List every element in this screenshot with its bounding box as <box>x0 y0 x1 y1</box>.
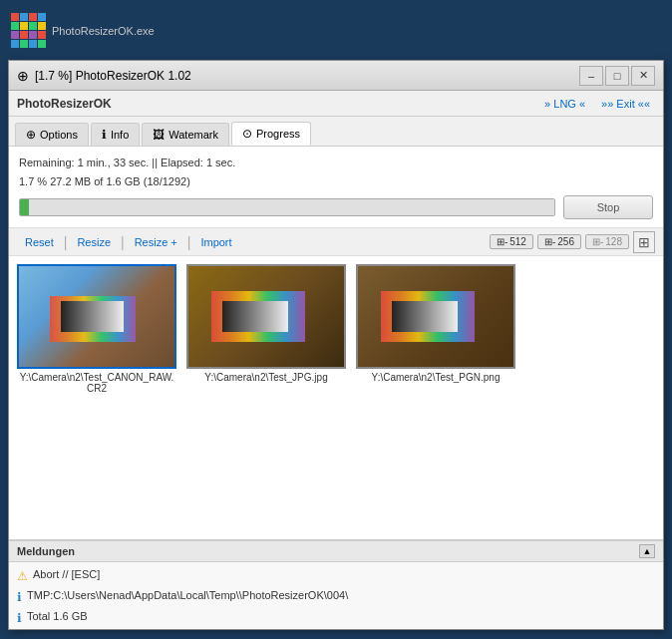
size-512-label: 512 <box>509 236 526 247</box>
info-log-icon-1: ℹ <box>17 588 22 606</box>
log-scroll-button[interactable]: ▲ <box>639 544 655 558</box>
image-canvas-2 <box>188 266 344 367</box>
log-header-label: Meldungen <box>17 545 75 557</box>
app-name-label: PhotoResizerOK <box>17 97 112 111</box>
tab-info-label: Info <box>111 129 129 141</box>
sep-3: | <box>185 234 193 250</box>
tab-progress-label: Progress <box>256 128 300 140</box>
image-canvas-1 <box>19 266 174 367</box>
image-wrapper-3 <box>356 264 515 369</box>
log-entry-1: ℹ TMP:C:\Users\Nenad\AppData\Local\Temp\… <box>17 586 655 607</box>
size-128-icon: ⊞- <box>592 236 603 247</box>
list-item[interactable]: Y:\Camera\n2\Test_PGN.png <box>356 264 515 394</box>
close-button[interactable]: ✕ <box>631 66 655 86</box>
image-wrapper-1 <box>17 264 176 369</box>
sep-2: | <box>119 234 127 250</box>
grid-view-button[interactable]: ⊞ <box>633 231 655 253</box>
image-label-1: Y:\Camera\n2\Test_CANON_RAW.CR2 <box>17 372 176 394</box>
progress-bar-fill <box>20 199 29 215</box>
log-header: Meldungen ▲ <box>9 541 663 562</box>
progress-section: Remaining: 1 min., 33 sec. || Elapsed: 1… <box>9 147 663 228</box>
size-128-label: 128 <box>605 236 622 247</box>
exit-link[interactable]: »» Exit «« <box>596 95 655 113</box>
progress-bar-row: Stop <box>19 195 653 219</box>
size-256-label: 256 <box>557 236 574 247</box>
info-icon: ℹ <box>102 128 107 142</box>
window-title: [1.7 %] PhotoResizerOK 1.02 <box>35 69 579 83</box>
log-section: Meldungen ▲ ⚠ Abort // [ESC] ℹ TMP:C:\Us… <box>9 539 663 629</box>
progress-bar-container <box>19 198 555 216</box>
log-entry-0: ⚠ Abort // [ESC] <box>17 565 655 586</box>
size-256-icon: ⊞- <box>544 236 555 247</box>
options-icon: ⊕ <box>26 128 36 142</box>
taskbar: PhotoResizerOK.exe <box>0 0 672 60</box>
size-128-button[interactable]: ⊞- 128 <box>585 234 629 249</box>
log-entries: ⚠ Abort // [ESC] ℹ TMP:C:\Users\Nenad\Ap… <box>9 562 663 629</box>
reset-button[interactable]: Reset <box>17 234 62 250</box>
toolbar: Reset | Resize | Resize + | Import ⊞- 51… <box>9 228 663 256</box>
progress-icon: ⊙ <box>242 127 252 141</box>
image-label-2: Y:\Camera\n2\Test_JPG.jpg <box>204 372 327 383</box>
tab-options-label: Options <box>40 129 78 141</box>
image-grid: Y:\Camera\n2\Test_CANON_RAW.CR2 Y:\Camer… <box>9 256 663 539</box>
watermark-icon: 🖼 <box>153 128 165 142</box>
stop-button[interactable]: Stop <box>563 195 653 219</box>
maximize-button[interactable]: □ <box>605 66 629 86</box>
info-log-icon-2: ℹ <box>17 609 22 627</box>
tab-info[interactable]: ℹ Info <box>91 123 140 146</box>
content-area: Remaining: 1 min., 33 sec. || Elapsed: 1… <box>9 147 663 629</box>
import-button[interactable]: Import <box>192 234 239 250</box>
menu-bar: PhotoResizerOK » LNG « »» Exit «« <box>9 91 663 117</box>
log-entry-2: ℹ Total 1.6 GB <box>17 607 655 628</box>
resize-plus-button[interactable]: Resize + <box>127 234 185 250</box>
app-title-icon: ⊕ <box>17 68 29 84</box>
image-wrapper-2 <box>186 264 346 369</box>
minimize-button[interactable]: – <box>579 66 603 86</box>
tab-progress[interactable]: ⊙ Progress <box>231 122 311 146</box>
image-label-3: Y:\Camera\n2\Test_PGN.png <box>372 372 501 383</box>
size-512-button[interactable]: ⊞- 512 <box>490 234 533 249</box>
tab-options[interactable]: ⊕ Options <box>15 123 89 146</box>
main-window: ⊕ [1.7 %] PhotoResizerOK 1.02 – □ ✕ Phot… <box>8 60 664 630</box>
taskbar-exe-label: PhotoResizerOK.exe <box>52 25 155 37</box>
lng-link[interactable]: » LNG « <box>539 95 590 113</box>
log-text-1: TMP:C:\Users\Nenad\AppData\Local\Temp\\P… <box>27 587 348 604</box>
log-text-2: Total 1.6 GB <box>27 608 88 625</box>
log-text-0: Abort // [ESC] <box>33 566 100 583</box>
tab-watermark[interactable]: 🖼 Watemark <box>142 123 229 146</box>
size-256-button[interactable]: ⊞- 256 <box>537 234 581 249</box>
image-canvas-3 <box>358 266 513 367</box>
toolbar-right: ⊞- 512 ⊞- 256 ⊞- 128 ⊞ <box>490 231 655 253</box>
sep-1: | <box>62 234 70 250</box>
warning-icon: ⚠ <box>17 567 28 585</box>
window-controls: – □ ✕ <box>579 66 655 86</box>
menu-right: » LNG « »» Exit «« <box>539 95 655 113</box>
remaining-label: Remaining: 1 min., 33 sec. || Elapsed: 1… <box>19 155 653 171</box>
resize-button[interactable]: Resize <box>69 234 119 250</box>
size-512-icon: ⊞- <box>497 236 507 247</box>
percent-label: 1.7 % 27.2 MB of 1.6 GB (18/1292) <box>19 173 653 190</box>
tab-watermark-label: Watemark <box>168 129 218 141</box>
list-item[interactable]: Y:\Camera\n2\Test_JPG.jpg <box>186 264 346 394</box>
list-item[interactable]: Y:\Camera\n2\Test_CANON_RAW.CR2 <box>17 264 176 394</box>
title-bar: ⊕ [1.7 %] PhotoResizerOK 1.02 – □ ✕ <box>9 61 663 91</box>
tab-bar: ⊕ Options ℹ Info 🖼 Watemark ⊙ Progress <box>9 117 663 147</box>
app-icon <box>8 10 48 50</box>
